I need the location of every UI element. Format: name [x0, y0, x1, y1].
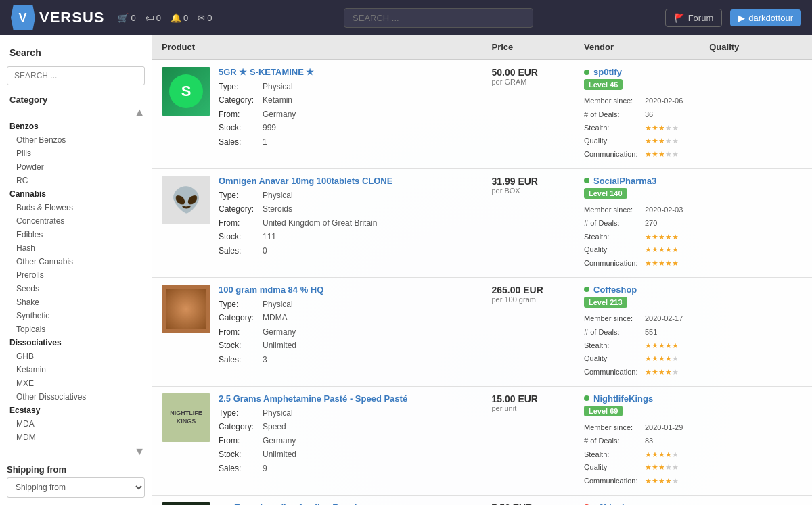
price-info: 265.00 EUR per 100 gram — [482, 278, 575, 310]
forum-button[interactable]: 🚩 Forum — [665, 9, 723, 27]
category-title: Category — [0, 92, 152, 106]
category-item[interactable]: Cannabis — [0, 187, 152, 201]
category-list: BenzosOther BenzosPillsPowderRCCannabisB… — [0, 120, 152, 444]
category-item[interactable]: MDM — [0, 431, 152, 444]
product-cell-td: 💻 -== Encyclopedia of online Fraud ==- T… — [152, 495, 482, 505]
vendor-name[interactable]: NightlifeKings — [593, 393, 653, 404]
sidebar-search-input[interactable] — [7, 66, 145, 85]
vendor-name[interactable]: SocialPharma3 — [593, 176, 656, 186]
vendor-name[interactable]: g0ldenboy — [593, 502, 637, 505]
search-section-title: Search — [0, 43, 152, 62]
vendor-info: sp0tify Level 46 Member since:2020-02-06… — [574, 60, 700, 168]
chevron-right-icon: ▶ — [738, 13, 745, 23]
table-row: 100 gram mdma 84 % HQ Type:Physical Cate… — [152, 277, 812, 386]
category-item[interactable]: Pills — [0, 147, 152, 160]
logo[interactable]: V VERSUS — [11, 5, 104, 30]
vendor-name[interactable]: sp0tify — [593, 67, 622, 77]
product-table: Product Price Vendor Quality S 5GR ★ S-K… — [152, 35, 812, 505]
vendor-name[interactable]: Coffeshop — [593, 285, 637, 295]
category-item[interactable]: Benzos — [0, 120, 152, 133]
vendor-cell: SocialPharma3 Level 140 Member since:202… — [574, 168, 700, 277]
cart-icon[interactable]: 🛒 0 — [118, 13, 135, 23]
category-item[interactable]: Ecstasy — [0, 404, 152, 417]
col-price: Price — [482, 35, 575, 59]
product-details: Type:Physical Category:Steroids From:Uni… — [219, 189, 473, 258]
product-cell-td: S 5GR ★ S-KETAMINE ★ Type:Physical Categ… — [152, 59, 482, 168]
category-item[interactable]: Hash — [0, 241, 152, 255]
table-row: 👽 Omnigen Anavar 10mg 100tablets CLONE T… — [152, 168, 812, 277]
category-item[interactable]: RC — [0, 174, 152, 187]
main-layout: Search Category ▲ BenzosOther BenzosPill… — [0, 35, 812, 505]
price-info: 15.00 EUR per unit — [482, 387, 575, 419]
vendor-info: Coffeshop Level 213 Member since:2020-02… — [574, 278, 700, 386]
vendor-level-badge: Level 213 — [584, 297, 627, 308]
vendor-status-dot — [584, 70, 589, 75]
category-item[interactable]: Synthetic — [0, 309, 152, 322]
category-item[interactable]: MDA — [0, 417, 152, 431]
category-item[interactable]: Concentrates — [0, 214, 152, 228]
product-name[interactable]: Omnigen Anavar 10mg 100tablets CLONE — [219, 176, 473, 186]
category-item[interactable]: Topicals — [0, 322, 152, 336]
price-unit: per GRAM — [492, 78, 566, 86]
product-name[interactable]: 2.5 Grams Amphetamine Pasté - Speed Past… — [219, 393, 473, 404]
vendor-status-dot — [584, 287, 589, 292]
category-item[interactable]: Other Cannabis — [0, 255, 152, 268]
price-amount: 31.99 EUR — [492, 176, 566, 187]
vendor-meta: Member since:2020-02-06 # of Deals:36 St… — [584, 95, 690, 162]
category-item[interactable]: Other Dissociatives — [0, 390, 152, 404]
category-item[interactable]: MXE — [0, 377, 152, 390]
category-item[interactable]: Powder — [0, 160, 152, 174]
category-item[interactable]: Buds & Flowers — [0, 201, 152, 214]
product-details: Type:Physical Category:MDMA From:Germany… — [219, 297, 473, 366]
product-cell: 👽 Omnigen Anavar 10mg 100tablets CLONE T… — [152, 169, 482, 264]
header-search-input[interactable] — [344, 8, 533, 28]
category-item[interactable]: GHB — [0, 350, 152, 363]
scroll-up-icon[interactable]: ▲ — [134, 106, 145, 118]
quality-cell — [700, 277, 812, 386]
header-right: 🚩 Forum ▶ darkdottour — [665, 9, 801, 27]
category-item[interactable]: Shake — [0, 295, 152, 309]
category-item[interactable]: Prerolls — [0, 268, 152, 282]
mail-icon[interactable]: ✉ 0 — [198, 13, 212, 23]
vendor-cell: g0ldenboy Level 34 Member since:2020-03-… — [574, 495, 700, 505]
vendor-level-badge: Level 46 — [584, 79, 623, 90]
product-cell: NIGHTLIFEKINGS 2.5 Grams Amphetamine Pas… — [152, 387, 482, 482]
product-info: -== Encyclopedia of online Fraud ==- Typ… — [219, 502, 473, 505]
price-cell: 15.00 EUR per unit — [482, 386, 575, 495]
category-item[interactable]: Ketamin — [0, 363, 152, 377]
col-quality: Quality — [700, 35, 812, 59]
category-item[interactable]: Seeds — [0, 282, 152, 295]
user-button[interactable]: ▶ darkdottour — [730, 9, 801, 26]
product-name[interactable]: 5GR ★ S-KETAMINE ★ — [219, 67, 473, 77]
vendor-status-dot — [584, 178, 589, 183]
logo-text: VERSUS — [39, 9, 104, 26]
category-item[interactable]: Other Benzos — [0, 133, 152, 147]
vendor-meta: Member since:2020-02-17 # of Deals:551 S… — [584, 312, 690, 379]
price-amount: 15.00 EUR — [492, 393, 566, 404]
product-cell-td: NIGHTLIFEKINGS 2.5 Grams Amphetamine Pas… — [152, 386, 482, 495]
main-content: Product Price Vendor Quality S 5GR ★ S-K… — [152, 35, 812, 505]
bell-icon[interactable]: 🔔 0 — [171, 13, 188, 23]
product-name[interactable]: -== Encyclopedia of online Fraud ==- — [219, 502, 473, 505]
table-row: 💻 -== Encyclopedia of online Fraud ==- T… — [152, 495, 812, 505]
product-cell-td: 100 gram mdma 84 % HQ Type:Physical Cate… — [152, 277, 482, 386]
price-amount: 265.00 EUR — [492, 285, 566, 295]
table-header-row: Product Price Vendor Quality — [152, 35, 812, 59]
product-cell: 100 gram mdma 84 % HQ Type:Physical Cate… — [152, 278, 482, 373]
table-row: NIGHTLIFEKINGS 2.5 Grams Amphetamine Pas… — [152, 386, 812, 495]
price-info: 31.99 EUR per BOX — [482, 169, 575, 201]
price-info: 7.56 EUR per item — [482, 496, 575, 505]
category-item[interactable]: Edibles — [0, 228, 152, 241]
category-item[interactable]: Dissociatives — [0, 336, 152, 350]
product-name[interactable]: 100 gram mdma 84 % HQ — [219, 285, 473, 295]
forum-flag-icon: 🚩 — [674, 13, 685, 23]
tags-icon[interactable]: 🏷 0 — [145, 13, 161, 23]
vendor-level-badge: Level 69 — [584, 406, 623, 416]
scroll-down-icon[interactable]: ▼ — [134, 446, 145, 458]
logo-icon: V — [11, 5, 35, 30]
shipping-from-select[interactable]: Shipping from — [7, 477, 145, 498]
shipping-to-section: Shipping to Shipping to — [0, 502, 152, 505]
price-amount: 7.56 EUR — [492, 502, 566, 505]
product-cell: S 5GR ★ S-KETAMINE ★ Type:Physical Categ… — [152, 60, 482, 155]
table-row: S 5GR ★ S-KETAMINE ★ Type:Physical Categ… — [152, 59, 812, 168]
